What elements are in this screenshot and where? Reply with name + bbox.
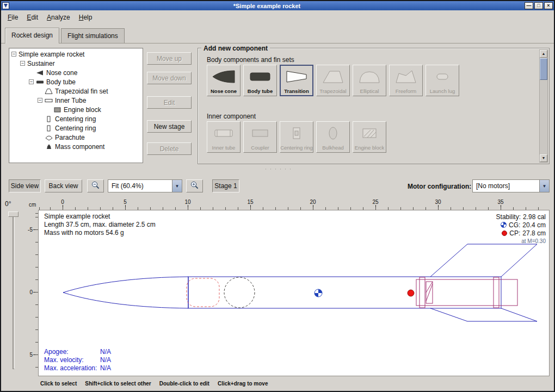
engineblock-icon <box>53 107 62 113</box>
scrollbar-thumb[interactable] <box>540 58 547 80</box>
tree-item-label: Inner Tube <box>55 97 86 104</box>
ruler-label: 10 <box>184 199 190 205</box>
expander-icon[interactable]: − <box>29 79 34 84</box>
rocket-info-line: Length 37.5 cm, max. diameter 2.5 cm <box>44 221 156 229</box>
tree-item-label: Trapezoidal fin set <box>55 88 108 95</box>
tree-item-label: Simple example rocket <box>18 51 84 58</box>
tree-item-simple-example-rocket[interactable]: −Simple example rocket <box>9 49 143 59</box>
ruler-tick <box>375 205 376 210</box>
centering-ring-aft-shape[interactable] <box>494 277 499 308</box>
cg-value: 20.4 cm <box>522 221 546 229</box>
ruler-label: 20 <box>310 199 316 205</box>
ruler-tick <box>188 205 188 210</box>
component-transition-button[interactable]: Transition <box>280 65 313 96</box>
menu-help[interactable]: Help <box>75 11 97 23</box>
elliptical-icon <box>357 65 381 88</box>
transition-icon <box>285 65 309 88</box>
component-scrollbar[interactable]: ▲ ▼ <box>539 49 548 163</box>
group-title: Add new component <box>201 45 270 52</box>
tree-item-nose-cone[interactable]: Nose cone <box>9 68 143 77</box>
ruler-tick <box>501 205 501 210</box>
component-trapezoidal-button: Trapezoidal <box>316 65 350 96</box>
ruler-label: 25 <box>372 199 378 205</box>
app-icon <box>2 2 9 9</box>
tree-item-centering-ring[interactable]: Centering ring <box>9 123 143 133</box>
nose-cone-shape[interactable] <box>63 277 188 308</box>
fin-lower-shape[interactable] <box>430 308 537 321</box>
cp-marker <box>408 290 414 296</box>
new-stage-button[interactable]: New stage <box>147 120 192 133</box>
fin-upper-shape[interactable] <box>430 244 537 277</box>
stage-1-toggle[interactable]: Stage 1 <box>212 179 239 192</box>
tab-row: Rocket designFlight simulations <box>1 24 554 43</box>
component-inner-tube-button: Inner tube <box>207 121 240 153</box>
tab-flight-simulations[interactable]: Flight simulations <box>61 28 125 43</box>
menu-file[interactable]: File <box>3 11 22 23</box>
tree-item-inner-tube[interactable]: −Inner Tube <box>9 96 143 105</box>
tree-item-label: Sustainer <box>27 60 55 67</box>
bodytube-icon <box>36 79 45 85</box>
flight-data-label: Max. velocity: <box>44 356 100 364</box>
body-tube-shape[interactable] <box>188 277 501 308</box>
zoom-out-button[interactable] <box>87 179 104 192</box>
expander-icon[interactable]: − <box>38 98 42 103</box>
scroll-up-icon[interactable]: ▲ <box>540 50 547 58</box>
trapezoidal-icon <box>321 65 345 88</box>
rotation-slider-handle[interactable] <box>8 211 18 217</box>
parachute-shape[interactable] <box>187 278 219 307</box>
zoom-out-icon <box>91 181 100 191</box>
tree-item-engine-block[interactable]: Engine block <box>9 105 143 114</box>
ruler-tick <box>250 205 251 210</box>
tree-item-body-tube[interactable]: −Body tube <box>9 77 143 86</box>
ruler-unit-label: cm <box>29 202 36 208</box>
motor-configuration-select[interactable]: [No motors] ▼ <box>472 179 550 192</box>
expander-icon[interactable]: − <box>11 52 16 57</box>
chevron-down-icon[interactable]: ▼ <box>172 180 182 192</box>
zoom-select[interactable]: Fit (60.4%) ▼ <box>108 179 182 192</box>
maximize-icon[interactable]: □ <box>534 2 543 9</box>
close-icon[interactable]: × <box>544 2 553 9</box>
component-tree[interactable]: −Simple example rocket−SustainerNose con… <box>9 48 143 163</box>
rocket-info: Simple example rocket Length 37.5 cm, ma… <box>44 213 156 237</box>
stability-value: 2.98 cal <box>523 213 546 221</box>
status-hint: Click+drag to move <box>218 381 268 387</box>
menu-analyze[interactable]: Analyze <box>42 11 75 23</box>
flight-data-row: Apogee:N/A <box>44 348 111 356</box>
flight-data-label: Apogee: <box>44 348 100 356</box>
coupler-icon <box>248 122 272 145</box>
flight-data-row: Max. velocity:N/A <box>44 356 111 364</box>
scroll-down-icon[interactable]: ▼ <box>540 154 547 162</box>
splitter-handle[interactable] <box>263 168 292 170</box>
side-view-button[interactable]: Side view <box>9 179 41 192</box>
flight-data-value: N/A <box>100 348 111 356</box>
centering-ring-fore-shape[interactable] <box>420 277 425 308</box>
component-engine-block-button: Engine block <box>353 121 386 153</box>
component-button-label: Trapezoidal <box>319 88 346 96</box>
component-button-label: Launch lug <box>430 88 455 96</box>
component-body-tube-button[interactable]: Body tube <box>243 65 277 96</box>
rocket-info-line: Simple example rocket <box>44 213 156 221</box>
design-canvas[interactable]: Simple example rocket Length 37.5 cm, ma… <box>38 210 550 376</box>
title-bar[interactable]: *Simple example rocket — □ × <box>1 1 554 10</box>
expander-icon[interactable]: − <box>20 61 25 66</box>
action-buttons: Move upMove downEditNew stageDelete <box>147 1 192 164</box>
minimize-icon[interactable]: — <box>525 2 533 9</box>
chevron-down-icon[interactable]: ▼ <box>539 180 549 192</box>
nosecone-icon <box>212 65 236 88</box>
centeringring-icon <box>45 116 53 122</box>
back-view-button[interactable]: Back view <box>45 179 82 192</box>
tree-item-mass-component[interactable]: Mass component <box>9 142 143 151</box>
tab-rocket-design[interactable]: Rocket design <box>5 28 59 43</box>
menu-edit[interactable]: Edit <box>22 11 42 23</box>
tree-item-centering-ring[interactable]: Centering ring <box>9 114 143 123</box>
tree-item-trapezoidal-fin-set[interactable]: Trapezoidal fin set <box>9 86 143 96</box>
cp-icon <box>502 231 507 236</box>
mass-component-shape[interactable] <box>224 277 255 308</box>
tree-item-sustainer[interactable]: −Sustainer <box>9 59 143 68</box>
zoom-in-button[interactable] <box>186 179 203 192</box>
rotation-slider[interactable] <box>13 213 15 369</box>
engineblock-icon <box>357 122 381 145</box>
tree-item-label: Mass component <box>55 143 104 151</box>
component-nose-cone-button[interactable]: Nose cone <box>207 65 240 96</box>
tree-item-parachute[interactable]: Parachute <box>9 133 143 142</box>
